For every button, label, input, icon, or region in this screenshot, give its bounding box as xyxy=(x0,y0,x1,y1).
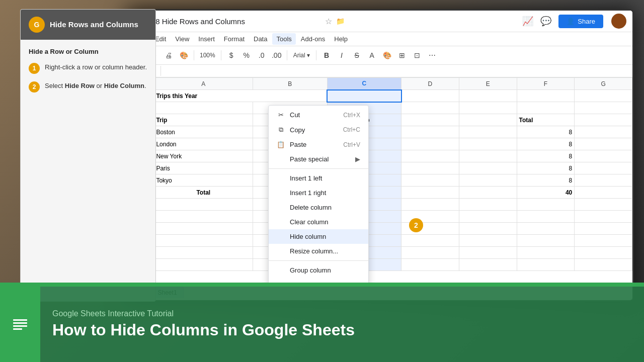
menu-tools[interactable]: Tools xyxy=(272,33,295,45)
decimal-down-button[interactable]: .0 xyxy=(255,48,269,62)
ctx-cut[interactable]: ✂Cut Ctrl+X xyxy=(269,108,368,122)
cell-d5[interactable] xyxy=(401,138,459,150)
cell-f3[interactable]: Total xyxy=(517,114,575,126)
cell-e9[interactable] xyxy=(459,187,517,199)
cell-a8[interactable]: Tokyo xyxy=(154,174,253,187)
ctx-copy[interactable]: ⧉Copy Ctrl+C xyxy=(269,122,368,137)
star-icon[interactable]: ☆ xyxy=(325,17,332,26)
cell-a2[interactable] xyxy=(154,102,253,114)
cell-e5[interactable] xyxy=(459,138,517,150)
cell-f1[interactable] xyxy=(517,90,575,102)
col-header-f[interactable]: F xyxy=(517,78,575,90)
strikethrough-button[interactable]: S xyxy=(350,48,364,62)
menu-insert[interactable]: Insert xyxy=(194,33,219,45)
green-stripe xyxy=(0,283,644,287)
more-button[interactable]: ⋯ xyxy=(425,48,439,62)
fill-color-button[interactable]: 🎨 xyxy=(380,48,394,62)
cell-g10[interactable] xyxy=(575,199,632,211)
cell-e4[interactable] xyxy=(459,126,517,138)
cell-f10[interactable] xyxy=(517,199,575,211)
menu-data[interactable]: Data xyxy=(250,33,271,45)
cell-d9[interactable] xyxy=(401,187,459,199)
cell-c1[interactable] xyxy=(327,90,401,102)
paint-format-button[interactable]: 🎨 xyxy=(177,48,191,62)
share-button[interactable]: 👤 Share xyxy=(558,15,603,28)
cell-g8[interactable] xyxy=(575,174,632,187)
col-header-b[interactable]: B xyxy=(253,78,328,90)
cell-g2[interactable] xyxy=(575,102,632,114)
currency-button[interactable]: $ xyxy=(224,48,238,62)
cell-d6[interactable] xyxy=(401,150,459,162)
cell-g6[interactable] xyxy=(575,150,632,162)
cell-e8[interactable] xyxy=(459,174,517,187)
cell-f2[interactable] xyxy=(517,102,575,114)
cell-a6[interactable]: New York xyxy=(154,150,253,162)
ctx-paste-special[interactable]: Paste special ▶ xyxy=(269,152,368,166)
cell-e7[interactable] xyxy=(459,162,517,174)
folder-icon[interactable]: 📁 xyxy=(336,17,345,25)
decimal-up-button[interactable]: .00 xyxy=(270,48,284,62)
col-header-a[interactable]: A xyxy=(154,78,253,90)
bold-button[interactable]: B xyxy=(319,48,334,62)
menu-addons[interactable]: Add-ons xyxy=(297,33,329,45)
zoom-select[interactable]: 100% xyxy=(197,50,218,60)
ctx-group-col[interactable]: Group column xyxy=(269,263,368,278)
col-header-d[interactable]: D xyxy=(401,78,459,90)
cell-a11[interactable] xyxy=(154,211,253,223)
comment-icon[interactable]: 💬 xyxy=(540,16,551,27)
cell-f4[interactable]: 8 xyxy=(517,126,575,138)
cell-g5[interactable] xyxy=(575,138,632,150)
cell-g4[interactable] xyxy=(575,126,632,138)
italic-button[interactable]: I xyxy=(335,48,349,62)
ctx-delete-col[interactable]: Delete column xyxy=(269,200,368,215)
ctx-clear-col[interactable]: Clear column xyxy=(269,215,368,229)
chart-icon[interactable]: 📈 xyxy=(522,16,533,27)
cell-e10[interactable] xyxy=(459,199,517,211)
ctx-resize-col[interactable]: Resize column... xyxy=(269,244,368,258)
cell-g7[interactable] xyxy=(575,162,632,174)
col-header-c[interactable]: C xyxy=(327,78,401,90)
ctx-paste[interactable]: 📋Paste Ctrl+V xyxy=(269,137,368,152)
ctx-hide-col[interactable]: Hide column xyxy=(269,229,368,244)
cell-d8[interactable] xyxy=(401,174,459,187)
percent-button[interactable]: % xyxy=(239,48,254,62)
menu-format[interactable]: Format xyxy=(220,33,249,45)
cell-a5[interactable]: London xyxy=(154,138,253,150)
cell-d7[interactable] xyxy=(401,162,459,174)
cell-a3[interactable]: Trip xyxy=(154,114,253,126)
print-button[interactable]: 🖨 xyxy=(162,48,176,62)
col-header-g[interactable]: G xyxy=(575,78,632,90)
cell-f5[interactable]: 8 xyxy=(517,138,575,150)
cell-f8[interactable]: 8 xyxy=(517,174,575,187)
cell-d10[interactable] xyxy=(401,199,459,211)
ctx-insert-right[interactable]: Insert 1 right xyxy=(269,186,368,200)
merge-button[interactable]: ⊡ xyxy=(410,48,424,62)
menu-help[interactable]: Help xyxy=(330,33,352,45)
ctx-insert-left[interactable]: Insert 1 left xyxy=(269,171,368,186)
cell-d2[interactable] xyxy=(401,102,459,114)
font-select[interactable]: Arial ▾ xyxy=(290,48,313,62)
cell-a1[interactable]: Trips this Year xyxy=(154,90,327,102)
cell-d1[interactable] xyxy=(401,90,459,102)
cell-a9[interactable]: Total xyxy=(154,187,253,199)
cell-a4[interactable]: Boston xyxy=(154,126,253,138)
borders-button[interactable]: ⊞ xyxy=(395,48,409,62)
cell-e2[interactable] xyxy=(459,102,517,114)
ctx-sep-1 xyxy=(269,168,368,169)
cell-a7[interactable]: Paris xyxy=(154,162,253,174)
cell-e6[interactable] xyxy=(459,150,517,162)
cell-g9[interactable] xyxy=(575,187,632,199)
cell-g1[interactable] xyxy=(575,90,632,102)
text-color-button[interactable]: A xyxy=(365,48,379,62)
cell-d3[interactable] xyxy=(401,114,459,126)
cell-e3[interactable] xyxy=(459,114,517,126)
cell-f7[interactable]: 8 xyxy=(517,162,575,174)
cell-e1[interactable] xyxy=(459,90,517,102)
cell-f9[interactable]: 40 xyxy=(517,187,575,199)
cell-d4[interactable] xyxy=(401,126,459,138)
menu-view[interactable]: View xyxy=(171,33,193,45)
cell-f6[interactable]: 8 xyxy=(517,150,575,162)
cell-g3[interactable] xyxy=(575,114,632,126)
col-header-e[interactable]: E xyxy=(459,78,517,90)
cell-a10[interactable] xyxy=(154,199,253,211)
